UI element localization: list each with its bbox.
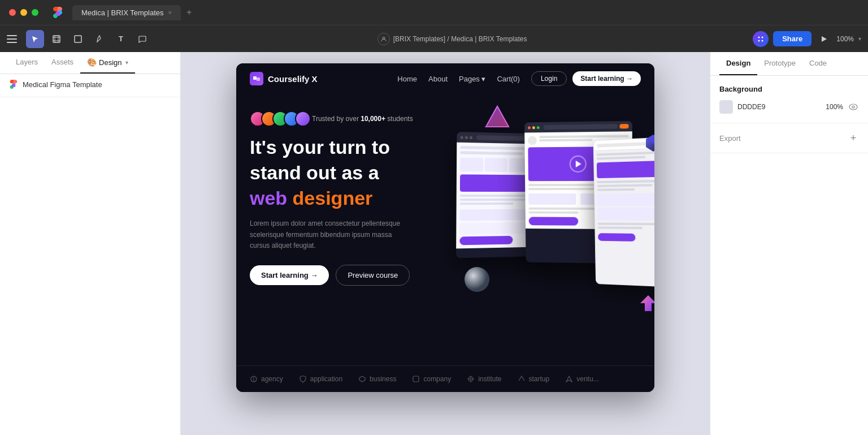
site-nav-links: Home About Pages ▾ Cart(0) — [397, 75, 520, 83]
hero-designer-text: designer — [293, 187, 373, 209]
nav-cart[interactable]: Cart(0) — [497, 75, 519, 83]
nav-home[interactable]: Home — [397, 75, 417, 83]
zoom-dropdown-icon[interactable]: ▾ — [858, 36, 861, 42]
right-panel: Design Prototype Code Background DDDDE9 … — [710, 52, 868, 435]
export-row: Export + — [719, 132, 859, 144]
right-panel-tabs: Design Prototype Code — [710, 52, 868, 76]
bg-opacity-value: 100% — [826, 103, 843, 111]
svg-point-10 — [762, 40, 763, 41]
design-panel-tab[interactable]: Design — [719, 52, 757, 75]
tab-close-icon[interactable]: × — [168, 9, 171, 16]
brand-institute: institute — [467, 375, 501, 383]
trusted-row: Trusted by over 10,000+ students — [250, 111, 465, 127]
preview-course-button[interactable]: Preview course — [336, 265, 410, 286]
shape-sphere — [462, 266, 492, 298]
breadcrumb: [BRIX Templates] / Medica | BRIX Templat… — [393, 35, 527, 43]
brand-startup: startup — [518, 375, 550, 383]
zoom-level[interactable]: 100% — [836, 35, 854, 43]
export-add-button[interactable]: + — [848, 132, 859, 144]
hero-content: Trusted by over 10,000+ students It's yo… — [250, 111, 465, 286]
design-tab[interactable]: 🎨 Design ▾ — [80, 52, 134, 74]
layer-item-medical[interactable]: Medical Figma Template — [0, 74, 180, 94]
design-chevron-icon: ▾ — [125, 59, 128, 66]
trusted-text: Trusted by over 10,000+ students — [312, 115, 413, 123]
visibility-toggle-button[interactable] — [848, 101, 859, 113]
share-button[interactable]: Share — [773, 31, 811, 46]
select-tool-button[interactable] — [26, 30, 44, 48]
hero-title-line2: stand out as a — [250, 161, 465, 184]
brand-venture: ventu... — [565, 375, 598, 383]
toolbar-left: T — [7, 30, 151, 48]
site-logo-text: Courselify X — [268, 74, 318, 84]
nav-start-learning-button[interactable]: Start learning → — [572, 71, 641, 86]
shape-arrow — [639, 294, 654, 315]
export-section: Export + — [710, 123, 868, 153]
canvas-area: Courselify X Home About Pages ▾ Cart(0) … — [181, 52, 710, 435]
avatar-5 — [295, 111, 311, 127]
site-logo: Courselify X — [250, 72, 397, 85]
menu-button[interactable] — [7, 31, 23, 47]
assets-tab[interactable]: Assets — [45, 52, 80, 74]
toolbar-center: [BRIX Templates] / Medica | BRIX Templat… — [154, 33, 750, 45]
figma-logo-icon — [52, 7, 63, 18]
website-preview: Courselify X Home About Pages ▾ Cart(0) … — [236, 63, 654, 392]
hero-description: Lorem ipsum dolor amet consectetur pelle… — [250, 218, 408, 251]
export-label: Export — [719, 134, 741, 143]
traffic-lights — [9, 9, 38, 16]
brands-bar: agency application business company — [236, 365, 654, 392]
toolbar: T [BRIX Templates] / Medica | BRIX Templ… — [0, 25, 868, 52]
svg-point-7 — [758, 36, 760, 38]
hero-web-text: web — [250, 187, 293, 209]
toolbar-right: Share 100% ▾ — [753, 31, 861, 47]
brand-company: company — [412, 375, 451, 383]
user-avatar[interactable] — [753, 31, 769, 47]
title-bar: Medica | BRIX Templates × + — [0, 0, 868, 25]
bg-color-value: DDDDE9 — [737, 103, 821, 111]
left-panel: Layers Assets 🎨 Design ▾ Medical Figma T… — [0, 52, 181, 435]
start-learning-button[interactable]: Start learning → — [250, 265, 329, 285]
svg-point-19 — [465, 267, 489, 292]
hero-section: Trusted by over 10,000+ students It's yo… — [236, 94, 654, 365]
hero-title-line1: It's your turn to — [250, 136, 465, 159]
svg-marker-20 — [640, 295, 654, 311]
login-button[interactable]: Login — [531, 71, 567, 86]
code-panel-tab[interactable]: Code — [802, 52, 834, 75]
svg-rect-24 — [413, 376, 419, 382]
tab-bar: Medica | BRIX Templates × + — [72, 4, 859, 21]
shape-gem — [644, 133, 654, 155]
prototype-panel-tab[interactable]: Prototype — [757, 52, 802, 75]
layer-item-label: Medical Figma Template — [23, 80, 102, 89]
hero-buttons: Start learning → Preview course — [250, 265, 465, 286]
brand-business: business — [358, 375, 396, 383]
background-row: DDDDE9 100% — [719, 100, 859, 114]
new-tab-button[interactable]: + — [181, 4, 197, 21]
active-tab[interactable]: Medica | BRIX Templates × — [72, 5, 181, 20]
logo-icon — [250, 72, 263, 85]
svg-rect-13 — [257, 77, 260, 81]
hero-title-colored: web designer — [250, 187, 465, 210]
comment-tool-button[interactable] — [133, 30, 151, 48]
frame-tool-button[interactable] — [47, 30, 66, 48]
panel-tabs: Layers Assets 🎨 Design ▾ — [0, 52, 180, 74]
shape-tool-button[interactable] — [69, 30, 87, 48]
nav-pages[interactable]: Pages ▾ — [459, 75, 485, 83]
svg-rect-12 — [253, 76, 257, 80]
background-section: Background DDDDE9 100% — [710, 76, 868, 123]
layers-tab[interactable]: Layers — [9, 52, 45, 74]
maximize-window-button[interactable] — [32, 9, 38, 16]
play-button[interactable] — [816, 31, 832, 47]
svg-point-28 — [849, 104, 857, 110]
svg-point-9 — [758, 40, 760, 41]
close-window-button[interactable] — [9, 9, 16, 16]
nav-about[interactable]: About — [428, 75, 448, 83]
text-tool-button[interactable]: T — [112, 30, 130, 48]
user-avatar-icon — [377, 33, 390, 45]
pen-tool-button[interactable] — [90, 30, 108, 48]
svg-marker-11 — [822, 36, 827, 42]
bg-color-swatch[interactable] — [719, 100, 733, 114]
background-section-title: Background — [719, 85, 859, 93]
site-nav: Courselify X Home About Pages ▾ Cart(0) … — [236, 63, 654, 94]
avatars-stack — [250, 111, 306, 127]
minimize-window-button[interactable] — [20, 9, 27, 16]
brand-application: application — [299, 375, 342, 383]
